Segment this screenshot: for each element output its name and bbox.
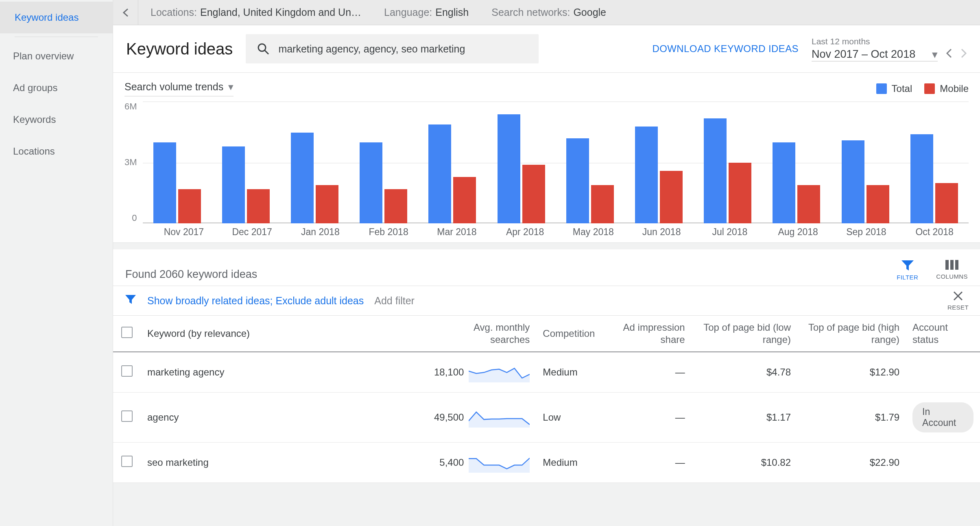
download-keyword-ideas-button[interactable]: DOWNLOAD KEYWORD IDEAS xyxy=(652,43,799,55)
sidebar-item-keyword-ideas[interactable]: Keyword ideas xyxy=(0,2,113,33)
criteria-list: Locations: England, United Kingdom and U… xyxy=(138,7,967,18)
col-bid-high[interactable]: Top of page bid (high range) xyxy=(797,316,906,352)
sidebar-divider xyxy=(15,37,98,37)
chevron-left-icon xyxy=(122,8,129,17)
chart-bar-total[interactable] xyxy=(635,127,658,223)
chart-bar-mobile[interactable] xyxy=(591,185,614,223)
chart-month-group xyxy=(900,102,969,223)
sparkline-icon xyxy=(469,407,530,428)
y-tick: 6M xyxy=(124,101,137,112)
sidebar-item-plan-overview[interactable]: Plan overview xyxy=(0,40,113,72)
chart-bar-mobile[interactable] xyxy=(867,185,889,223)
col-avg-searches[interactable]: Avg. monthly searches xyxy=(426,316,536,352)
col-impression-share[interactable]: Ad impression share xyxy=(601,316,691,352)
chart-bar-total[interactable] xyxy=(153,142,176,223)
criteria-networks[interactable]: Search networks: Google xyxy=(491,7,606,18)
row-checkbox[interactable] xyxy=(121,456,133,467)
cell-bid-low: $1.17 xyxy=(692,393,797,443)
collapse-sidebar-button[interactable] xyxy=(113,0,138,25)
chart-x-axis: Nov 2017Dec 2017Jan 2018Feb 2018Mar 2018… xyxy=(150,227,969,238)
table-row[interactable]: agency49,500Low—$1.17$1.79In Account xyxy=(113,393,980,443)
col-account-status[interactable]: Account status xyxy=(906,316,980,352)
chart-plot: 6M 3M 0 xyxy=(124,101,969,223)
sidebar-item-ad-groups[interactable]: Ad groups xyxy=(0,72,113,104)
chart-bar-total[interactable] xyxy=(498,114,520,223)
svg-point-0 xyxy=(258,44,266,51)
svg-rect-2 xyxy=(945,260,949,270)
cell-competition: Medium xyxy=(536,352,601,393)
legend-swatch xyxy=(876,83,887,94)
reset-label: RESET xyxy=(947,304,969,311)
chart-month-group xyxy=(624,102,693,223)
date-range-prev-button[interactable] xyxy=(946,48,952,61)
chart-bar-mobile[interactable] xyxy=(178,189,201,223)
account-status-badge: In Account xyxy=(912,402,973,432)
col-bid-low[interactable]: Top of page bid (low range) xyxy=(692,316,797,352)
criteria-label: Language: xyxy=(384,7,432,18)
left-sidebar: Keyword ideas Plan overview Ad groups Ke… xyxy=(0,0,113,526)
x-tick: Aug 2018 xyxy=(764,227,832,238)
cell-bid-high: $12.90 xyxy=(797,352,906,393)
criteria-label: Locations: xyxy=(151,7,197,18)
legend-item-total: Total xyxy=(876,83,912,94)
filter-icon xyxy=(124,294,137,307)
chart-month-group xyxy=(143,102,212,223)
criteria-locations[interactable]: Locations: England, United Kingdom and U… xyxy=(151,7,361,18)
chart-bar-total[interactable] xyxy=(842,140,864,223)
add-filter-button[interactable]: Add filter xyxy=(374,295,415,307)
chart-bar-total[interactable] xyxy=(773,142,795,223)
cell-account-status xyxy=(906,352,980,393)
date-range-next-button[interactable] xyxy=(960,48,967,61)
cell-bid-low: $4.78 xyxy=(692,352,797,393)
chart-bar-mobile[interactable] xyxy=(522,165,545,223)
keyword-search-box[interactable] xyxy=(246,34,539,63)
page-title: Keyword ideas xyxy=(126,40,233,58)
filter-button-label: FILTER xyxy=(897,274,918,281)
chart-bar-total[interactable] xyxy=(360,142,382,223)
close-icon xyxy=(953,291,963,301)
cell-impression-share: — xyxy=(601,393,691,443)
chart-bar-total[interactable] xyxy=(566,138,589,223)
row-checkbox[interactable] xyxy=(121,365,133,377)
reset-filters-button[interactable]: RESET xyxy=(947,291,969,311)
chart-bar-mobile[interactable] xyxy=(935,183,958,223)
results-count: Found 2060 keyword ideas xyxy=(125,268,257,281)
criteria-label: Search networks: xyxy=(491,7,570,18)
criteria-value: Google xyxy=(573,7,606,18)
table-row[interactable]: seo marketing5,400Medium—$10.82$22.90 xyxy=(113,443,980,483)
col-competition[interactable]: Competition xyxy=(536,316,601,352)
svg-rect-3 xyxy=(950,260,954,270)
filter-button[interactable]: FILTER xyxy=(897,259,918,281)
chart-bar-mobile[interactable] xyxy=(384,189,407,223)
chart-bar-total[interactable] xyxy=(704,118,727,223)
columns-button[interactable]: COLUMNS xyxy=(936,259,968,281)
chart-type-dropdown[interactable]: Search volume trends ▾ xyxy=(124,81,234,96)
legend-item-mobile: Mobile xyxy=(924,83,969,94)
chart-bar-mobile[interactable] xyxy=(453,177,476,223)
chart-bar-mobile[interactable] xyxy=(247,189,270,223)
chart-bar-mobile[interactable] xyxy=(797,185,820,223)
cell-competition: Medium xyxy=(536,443,601,483)
select-all-checkbox[interactable] xyxy=(121,327,133,338)
row-checkbox[interactable] xyxy=(121,410,133,422)
criteria-language[interactable]: Language: English xyxy=(384,7,469,18)
table-row[interactable]: marketing agency18,100Medium—$4.78$12.90 xyxy=(113,352,980,393)
date-range-picker[interactable]: Last 12 months Nov 2017 – Oct 2018 ▾ xyxy=(812,37,967,61)
chart-bar-mobile[interactable] xyxy=(729,163,751,223)
sidebar-item-label: Keyword ideas xyxy=(15,12,79,23)
sidebar-item-locations[interactable]: Locations xyxy=(0,135,113,167)
criteria-value: English xyxy=(435,7,469,18)
chart-bar-mobile[interactable] xyxy=(660,171,683,223)
search-volume-chart-card: Search volume trends ▾ Total Mobile xyxy=(113,73,980,243)
chart-legend: Total Mobile xyxy=(876,83,969,94)
active-filters-link[interactable]: Show broadly related ideas; Exclude adul… xyxy=(147,295,364,307)
chart-bar-mobile[interactable] xyxy=(316,185,338,223)
cell-bid-high: $1.79 xyxy=(797,393,906,443)
sidebar-item-keywords[interactable]: Keywords xyxy=(0,104,113,135)
col-keyword[interactable]: Keyword (by relevance) xyxy=(141,316,426,352)
chart-bar-total[interactable] xyxy=(222,146,245,223)
chart-bar-total[interactable] xyxy=(291,133,314,224)
chart-bar-total[interactable] xyxy=(910,134,933,223)
keyword-search-input[interactable] xyxy=(278,43,527,55)
chart-bar-total[interactable] xyxy=(428,124,451,223)
